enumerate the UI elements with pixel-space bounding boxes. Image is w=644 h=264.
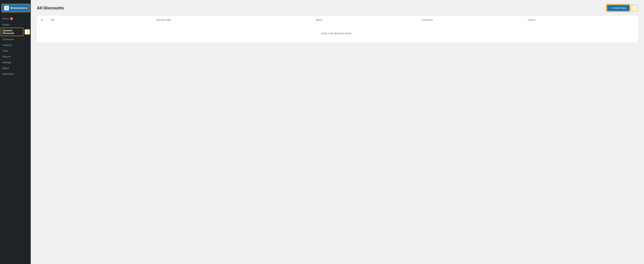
sidebar-item-settings[interactable]: Settings bbox=[0, 60, 31, 65]
sidebar-item-status[interactable]: Status bbox=[0, 65, 31, 71]
table-empty-state: Sorry !! No discounts found... bbox=[37, 24, 638, 43]
sidebar-item-reports[interactable]: Reports bbox=[0, 54, 31, 60]
sidebar-item-extensions[interactable]: Extensions bbox=[0, 71, 31, 77]
empty-message: Sorry !! No discounts found... bbox=[321, 32, 354, 35]
col-title: Title bbox=[50, 19, 156, 21]
carts-label: Carts bbox=[2, 50, 8, 52]
sidebar-brand-label: WooCommerce bbox=[10, 7, 27, 10]
discounts-table: Sl Title Discount Type Status Created At… bbox=[37, 16, 638, 43]
sidebar-brand-row: W WooCommerce 1 bbox=[0, 4, 31, 12]
dynamic-discounts-row: Dynamic Discounts 2 bbox=[0, 28, 31, 36]
reports-label: Reports bbox=[2, 55, 11, 58]
sidebar-brand[interactable]: W WooCommerce bbox=[2, 4, 30, 12]
dynamic-discounts-label: Dynamic Discounts bbox=[3, 29, 22, 35]
col-created-at: Created At bbox=[422, 19, 528, 21]
orders-label: Orders bbox=[2, 24, 10, 26]
page-title: All Discounts bbox=[37, 6, 64, 11]
sidebar-item-home[interactable]: Home 4 bbox=[0, 15, 31, 22]
woocommerce-icon: W bbox=[4, 6, 9, 10]
sidebar: W WooCommerce 1 Home 4 Orders Dynamic Di… bbox=[0, 0, 31, 264]
col-discount-type: Discount Type bbox=[156, 19, 316, 21]
header-right: + Create New 3 bbox=[607, 5, 638, 11]
status-label: Status bbox=[2, 67, 9, 70]
coupons-label: Coupons bbox=[2, 44, 12, 47]
settings-label: Settings bbox=[2, 61, 11, 64]
main-content: All Discounts + Create New 3 Sl Title Di… bbox=[31, 0, 644, 264]
main-header: All Discounts + Create New 3 bbox=[37, 5, 638, 11]
sidebar-item-coupons[interactable]: Coupons bbox=[0, 42, 31, 48]
col-status: Status bbox=[316, 19, 422, 21]
annotation-3: 3 bbox=[632, 5, 638, 11]
table-header: Sl Title Discount Type Status Created At… bbox=[37, 16, 638, 24]
sidebar-item-orders[interactable]: Orders bbox=[0, 22, 31, 28]
sidebar-nav: Home 4 Orders Dynamic Discounts 2 Custom… bbox=[0, 15, 31, 77]
sidebar-item-customers[interactable]: Customers bbox=[0, 37, 31, 42]
sidebar-item-carts[interactable]: Carts bbox=[0, 48, 31, 54]
extensions-label: Extensions bbox=[2, 73, 14, 75]
create-new-button[interactable]: + Create New bbox=[607, 5, 630, 11]
home-label: Home bbox=[2, 17, 9, 20]
col-sl: Sl bbox=[41, 19, 50, 21]
sidebar-item-dynamic-discounts[interactable]: Dynamic Discounts bbox=[1, 28, 24, 36]
col-actions: Actions bbox=[528, 19, 634, 21]
annotation-2: 2 bbox=[24, 29, 30, 35]
home-badge: 4 bbox=[10, 17, 13, 20]
customers-label: Customers bbox=[2, 38, 14, 41]
